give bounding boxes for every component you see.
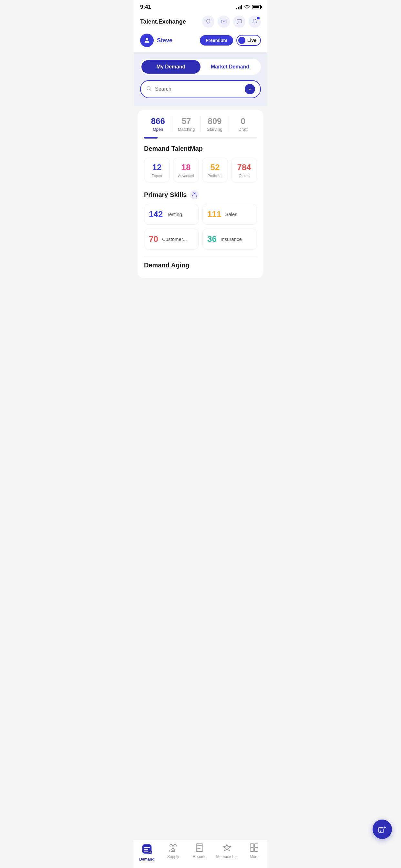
talent-card-advanced[interactable]: 18 Advanced bbox=[173, 158, 199, 182]
skill-customer-label: Customer... bbox=[162, 237, 187, 242]
talent-expert-num: 12 bbox=[147, 162, 167, 173]
signal-icon bbox=[236, 5, 242, 9]
chevron-down-button[interactable] bbox=[245, 84, 255, 94]
talent-expert-label: Expert bbox=[147, 174, 167, 178]
battery-icon bbox=[252, 5, 261, 9]
primary-skills-header: Primary Skills bbox=[144, 190, 257, 199]
search-icon bbox=[146, 86, 152, 93]
svg-point-7 bbox=[194, 193, 196, 194]
skill-testing[interactable]: 142 Testing bbox=[144, 204, 198, 225]
skill-testing-num: 142 bbox=[149, 209, 163, 219]
talent-map-title: Demand TalentMap bbox=[144, 145, 257, 152]
main-content: 866 Open 57 Matching 809 Starving 0 Draf… bbox=[137, 110, 264, 278]
skills-grid: 142 Testing 111 Sales 70 Customer... 36 … bbox=[144, 204, 257, 250]
demand-section: My Demand Market Demand bbox=[134, 52, 267, 106]
stat-starving-num: 809 bbox=[201, 116, 229, 126]
talent-others-num: 784 bbox=[234, 162, 254, 173]
avatar bbox=[140, 34, 154, 47]
bulb-icon bbox=[205, 19, 211, 25]
user-info: Steve bbox=[140, 34, 173, 47]
user-name: Steve bbox=[157, 37, 173, 44]
primary-skills-info-icon[interactable] bbox=[190, 190, 199, 199]
ticket-button[interactable] bbox=[218, 16, 230, 28]
notification-dot bbox=[257, 17, 259, 20]
market-demand-tab[interactable]: Market Demand bbox=[201, 60, 259, 73]
talent-card-proficient[interactable]: 52 Proficient bbox=[202, 158, 228, 182]
status-bar: 9:41 bbox=[134, 0, 267, 12]
talent-grid: 12 Expert 18 Advanced 52 Proficient 784 … bbox=[144, 158, 257, 182]
skill-sales-num: 111 bbox=[207, 209, 221, 219]
bell-icon bbox=[252, 19, 258, 25]
progress-bar bbox=[144, 137, 257, 138]
stat-matching-num: 57 bbox=[173, 116, 201, 126]
svg-point-1 bbox=[238, 21, 239, 22]
chat-button[interactable] bbox=[233, 16, 245, 28]
talent-advanced-num: 18 bbox=[176, 162, 196, 173]
status-icons bbox=[236, 5, 261, 9]
skill-customer[interactable]: 70 Customer... bbox=[144, 228, 198, 250]
chat-icon bbox=[236, 19, 242, 25]
skill-customer-num: 70 bbox=[149, 234, 158, 244]
ticket-icon bbox=[221, 19, 227, 25]
stat-matching-label: Matching bbox=[173, 127, 201, 132]
search-input[interactable] bbox=[155, 86, 242, 92]
talent-proficient-label: Proficient bbox=[205, 174, 225, 178]
svg-point-5 bbox=[147, 87, 150, 90]
stat-open-num: 866 bbox=[144, 116, 172, 126]
svg-point-3 bbox=[240, 21, 241, 22]
skill-insurance-label: Insurance bbox=[220, 237, 242, 242]
talent-proficient-num: 52 bbox=[205, 162, 225, 173]
skill-insurance[interactable]: 36 Insurance bbox=[203, 228, 257, 250]
notification-button[interactable] bbox=[249, 16, 261, 28]
stat-starving[interactable]: 809 Starving bbox=[201, 116, 229, 132]
status-time: 9:41 bbox=[140, 4, 151, 10]
stat-open[interactable]: 866 Open bbox=[144, 116, 173, 132]
stat-draft-num: 0 bbox=[229, 116, 257, 126]
freemium-button[interactable]: Freemium bbox=[200, 35, 233, 45]
skill-sales[interactable]: 111 Sales bbox=[203, 204, 257, 225]
stats-row: 866 Open 57 Matching 809 Starving 0 Draf… bbox=[144, 116, 257, 132]
talent-others-label: Others bbox=[234, 174, 254, 178]
stat-draft-label: Draft bbox=[229, 127, 257, 132]
svg-point-2 bbox=[239, 21, 240, 22]
svg-point-4 bbox=[146, 38, 148, 40]
stat-draft[interactable]: 0 Draft bbox=[229, 116, 257, 132]
skill-sales-label: Sales bbox=[225, 212, 237, 217]
demand-aging-section: Demand Aging bbox=[144, 261, 257, 269]
demand-aging-title: Demand Aging bbox=[144, 261, 257, 269]
stat-matching[interactable]: 57 Matching bbox=[173, 116, 201, 132]
user-row: Steve Freemium Live bbox=[134, 31, 267, 52]
user-actions: Freemium Live bbox=[200, 35, 261, 46]
live-label: Live bbox=[247, 38, 256, 43]
search-bar bbox=[140, 80, 261, 98]
talent-advanced-label: Advanced bbox=[176, 174, 196, 178]
bulb-button[interactable] bbox=[202, 16, 214, 28]
stat-starving-label: Starving bbox=[201, 127, 229, 132]
talent-card-others[interactable]: 784 Others bbox=[231, 158, 257, 182]
progress-fill bbox=[144, 137, 158, 138]
stat-open-label: Open bbox=[144, 127, 172, 132]
header: Talent.Exchange bbox=[134, 12, 267, 31]
toggle-circle bbox=[238, 37, 245, 44]
my-demand-tab[interactable]: My Demand bbox=[142, 60, 201, 73]
divider bbox=[144, 256, 257, 256]
skill-testing-label: Testing bbox=[166, 212, 182, 217]
skill-insurance-num: 36 bbox=[207, 234, 217, 244]
talent-card-expert[interactable]: 12 Expert bbox=[144, 158, 170, 182]
primary-skills-title: Primary Skills bbox=[144, 191, 187, 198]
demand-tabs: My Demand Market Demand bbox=[140, 59, 261, 75]
wifi-icon bbox=[244, 5, 250, 9]
header-icons bbox=[202, 16, 261, 28]
live-toggle[interactable]: Live bbox=[236, 35, 261, 46]
app-title: Talent.Exchange bbox=[140, 19, 186, 25]
